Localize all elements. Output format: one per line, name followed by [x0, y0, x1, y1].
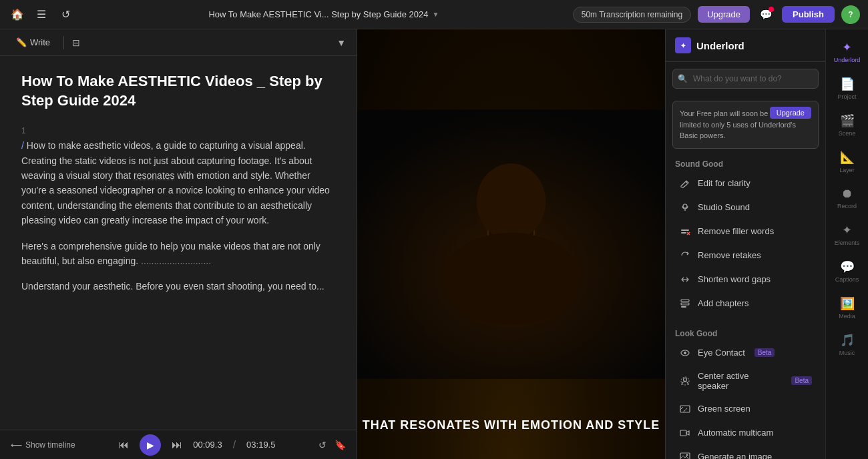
tool-remove-retakes[interactable]: Remove retakes — [670, 244, 821, 268]
left-toolbar: ✏️ Write ⊟ ▼ — [0, 29, 357, 56]
svg-rect-10 — [681, 300, 689, 302]
layout-icon-2[interactable]: ▼ — [337, 37, 346, 48]
eye-contact-beta: Beta — [754, 348, 775, 357]
auto-multicam-label: Automatic multicam — [698, 428, 773, 438]
green-screen-icon — [679, 403, 691, 415]
skip-forward-button[interactable]: ⏭ — [172, 439, 182, 451]
tool-add-chapters[interactable]: Add chapters — [670, 292, 821, 316]
time-badge-text: 50m Transcription remaining — [582, 10, 682, 19]
upgrade-button[interactable]: Upgrade — [698, 6, 750, 23]
remove-filler-label: Remove filler words — [698, 226, 774, 236]
shorten-gaps-icon — [679, 274, 691, 286]
avatar: ? — [841, 5, 860, 24]
underlord-search-input[interactable] — [672, 69, 819, 89]
segment-2: Here's a comprehensive guide to help you… — [21, 239, 335, 269]
video-panel: THAT RESONATES WITH EMOTION AND STYLE — [357, 29, 665, 459]
bookmark-button[interactable]: 🔖 — [335, 440, 346, 450]
home-icon[interactable]: 🏠 — [8, 5, 27, 24]
write-button[interactable]: ✏️ Write — [11, 35, 55, 50]
segment-number: 1 — [21, 126, 335, 135]
title-dropdown-icon[interactable]: ▼ — [432, 11, 439, 18]
svg-point-3 — [477, 163, 546, 240]
write-label: Write — [30, 37, 50, 47]
main-area: ✏️ Write ⊟ ▼ How To Make AESTHETIC Video… — [0, 29, 868, 459]
studio-sound-icon — [679, 201, 691, 213]
studio-sound-label: Studio Sound — [698, 202, 750, 212]
captions-nav-icon: 💬 — [840, 260, 855, 274]
layer-nav-icon: 📐 — [840, 150, 855, 165]
far-right-media[interactable]: 🖼️ Media — [826, 291, 868, 325]
layout-icon[interactable]: ⊟ — [72, 37, 80, 48]
tool-shorten-word-gaps[interactable]: Shorten word gaps — [670, 268, 821, 292]
eye-contact-icon — [679, 347, 691, 359]
elements-nav-label: Elements — [835, 240, 860, 246]
far-right-project[interactable]: 📄 Project — [826, 71, 868, 105]
play-button[interactable]: ▶ — [140, 434, 161, 456]
playbar: ⟵ Show timeline ⏮ ▶ ⏭ 00:09.3 / 03:19.5 … — [0, 430, 357, 459]
underlord-sidebar: ✦ Underlord 🔍 Upgrade Your Free plan wil… — [665, 29, 825, 459]
tool-edit-for-clarity[interactable]: Edit for clarity — [670, 171, 821, 195]
tool-eye-contact[interactable]: Eye Contact Beta — [670, 341, 821, 365]
media-nav-icon: 🖼️ — [840, 296, 855, 311]
publish-button[interactable]: Publish — [782, 6, 835, 23]
tool-generate-image[interactable]: Generate an image — [670, 445, 821, 460]
far-right-captions[interactable]: 💬 Captions — [826, 254, 868, 288]
undo-icon[interactable]: ↺ — [56, 5, 75, 24]
video-placeholder: THAT RESONATES WITH EMOTION AND STYLE — [357, 29, 665, 459]
tool-auto-multicam[interactable]: Automatic multicam — [670, 421, 821, 445]
tool-center-speaker[interactable]: Center active speaker Beta — [670, 365, 821, 397]
timeline-icon: ⟵ — [11, 440, 22, 450]
segment-text-2[interactable]: Here's a comprehensive guide to help you… — [21, 239, 335, 269]
menu-icon[interactable]: ☰ — [32, 5, 51, 24]
page-title: How To Make AESTHETIC Videos _ Step by S… — [21, 72, 335, 110]
video-caption: THAT RESONATES WITH EMOTION AND STYLE — [357, 418, 665, 432]
shorten-gaps-label: Shorten word gaps — [698, 274, 771, 284]
scene-nav-label: Scene — [839, 130, 856, 137]
tool-studio-sound[interactable]: Studio Sound — [670, 195, 821, 219]
time-badge: 50m Transcription remaining — [573, 7, 691, 23]
remove-filler-icon — [679, 225, 691, 238]
add-chapters-icon — [679, 298, 691, 310]
skip-back-button[interactable]: ⏮ — [118, 439, 129, 451]
tool-green-screen[interactable]: Green screen — [670, 397, 821, 421]
far-right-record[interactable]: ⏺ Record — [826, 181, 868, 215]
underlord-nav-label: Underlord — [834, 57, 861, 63]
svg-rect-17 — [680, 406, 690, 412]
tool-remove-filler[interactable]: Remove filler words — [670, 219, 821, 244]
music-nav-icon: 🎵 — [840, 333, 855, 348]
topbar-right: 50m Transcription remaining Upgrade 💬 Pu… — [573, 5, 860, 24]
current-time: 00:09.3 — [193, 440, 222, 450]
svg-rect-11 — [681, 303, 689, 305]
left-panel: ✏️ Write ⊟ ▼ How To Make AESTHETIC Video… — [0, 29, 357, 459]
segment-text-3[interactable]: Understand your aesthetic. Before you ev… — [21, 279, 335, 294]
svg-point-4 — [442, 233, 580, 325]
segment-text[interactable]: / How to make aesthetic videos, a guide … — [21, 138, 335, 227]
underlord-title: Underlord — [696, 40, 744, 51]
topbar-left: 🏠 ☰ ↺ — [8, 5, 75, 24]
title-bar: How To Make AESTHETIC Vi... Step by Step… — [208, 9, 439, 19]
far-right-elements[interactable]: ✦ Elements — [826, 217, 868, 252]
svg-rect-18 — [680, 430, 686, 436]
center-speaker-beta: Beta — [791, 376, 812, 385]
far-right-scene[interactable]: 🎬 Scene — [826, 108, 868, 142]
upgrade-notice-button[interactable]: Upgrade — [770, 107, 811, 119]
center-speaker-label: Center active speaker — [698, 371, 782, 391]
video-visual — [357, 29, 665, 459]
edit-clarity-label: Edit for clarity — [698, 178, 750, 188]
total-time: 03:19.5 — [246, 440, 275, 450]
show-timeline-button[interactable]: ⟵ Show timeline — [11, 440, 75, 450]
svg-point-15 — [684, 378, 687, 381]
far-right-underlord[interactable]: ✦ Underlord — [826, 35, 868, 69]
segment-3: Understand your aesthetic. Before you ev… — [21, 279, 335, 294]
replay-button[interactable]: ↺ — [318, 440, 327, 450]
remove-retakes-icon — [679, 250, 691, 262]
time-separator: / — [233, 439, 236, 451]
svg-point-5 — [683, 204, 687, 208]
svg-rect-6 — [681, 230, 689, 231]
svg-point-20 — [686, 454, 688, 456]
segment-1: 1 / How to make aesthetic videos, a guid… — [21, 126, 335, 227]
comments-icon[interactable]: 💬 — [756, 5, 775, 24]
far-right-layer[interactable]: 📐 Layer — [826, 145, 868, 179]
video-frame: THAT RESONATES WITH EMOTION AND STYLE — [357, 29, 665, 459]
far-right-music[interactable]: 🎵 Music — [826, 328, 868, 362]
